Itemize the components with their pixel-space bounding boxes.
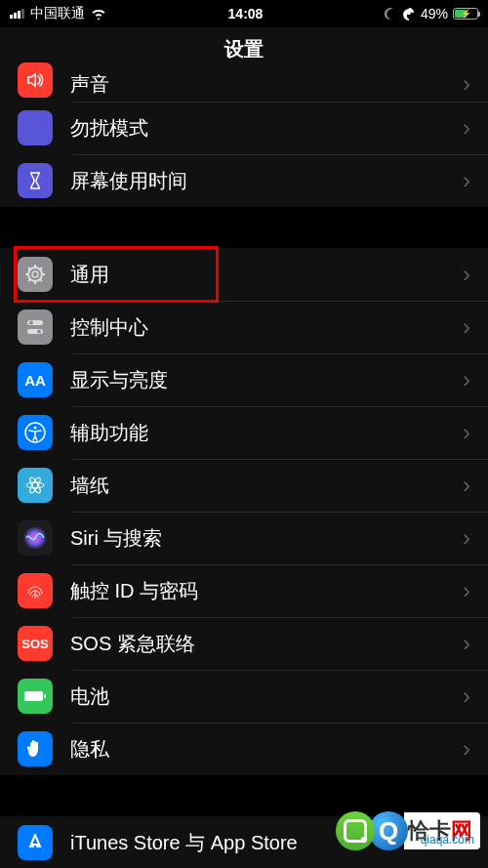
sos-icon: SOS xyxy=(18,626,53,661)
text-size-icon: AA xyxy=(18,362,53,397)
status-bar: 中国联通 14:08 49% ⚡ xyxy=(0,0,488,27)
status-right: 49% ⚡ xyxy=(385,6,478,21)
svg-point-0 xyxy=(28,268,42,281)
svg-point-13 xyxy=(37,330,41,334)
chevron-right-icon: › xyxy=(463,261,470,288)
row-display[interactable]: AA 显示与亮度 › xyxy=(0,353,488,406)
chevron-right-icon: › xyxy=(463,419,470,446)
page-title: 设置 xyxy=(0,27,488,70)
hand-icon xyxy=(18,731,53,766)
row-touchid[interactable]: 触控 ID 与密码 › xyxy=(0,564,488,617)
row-control-center[interactable]: 控制中心 › xyxy=(0,301,488,353)
row-label: 勿扰模式 xyxy=(70,115,463,142)
chevron-right-icon: › xyxy=(463,167,470,194)
row-general[interactable]: 通用 › xyxy=(0,248,488,301)
row-screentime[interactable]: 屏幕使用时间 › xyxy=(0,154,488,207)
dnd-moon-icon xyxy=(385,8,397,21)
row-label: 声音 xyxy=(70,71,463,98)
battery-full-icon xyxy=(18,679,53,714)
watermark-url: qiaqa.com xyxy=(421,833,474,847)
row-accessibility[interactable]: 辅助功能 › xyxy=(0,406,488,459)
gear-icon xyxy=(18,257,53,292)
accessibility-icon xyxy=(18,415,53,450)
chevron-right-icon: › xyxy=(463,366,470,393)
moon-icon xyxy=(18,110,53,145)
siri-icon xyxy=(18,520,53,556)
svg-rect-22 xyxy=(44,694,46,698)
status-time: 14:08 xyxy=(228,6,264,21)
svg-point-11 xyxy=(29,321,33,325)
chevron-right-icon: › xyxy=(463,70,470,98)
row-label: 屏幕使用时间 xyxy=(70,168,463,194)
settings-group-2: 通用 › 控制中心 › AA 显示与亮度 › 辅助功能 › 墙纸 › Siri … xyxy=(0,248,488,775)
row-label: 墙纸 xyxy=(70,473,463,499)
row-label: 显示与亮度 xyxy=(70,367,463,393)
settings-group-1: 声音 › 勿扰模式 › 屏幕使用时间 › xyxy=(0,70,488,207)
row-sound[interactable]: 声音 › xyxy=(0,70,488,102)
svg-line-6 xyxy=(28,268,30,269)
row-label: 电池 xyxy=(70,683,463,710)
row-battery[interactable]: 电池 › xyxy=(0,670,488,723)
sound-icon xyxy=(18,62,53,98)
chevron-right-icon: › xyxy=(463,682,470,710)
svg-point-15 xyxy=(34,427,37,430)
svg-point-1 xyxy=(32,271,38,277)
orientation-lock-icon xyxy=(402,7,416,21)
chevron-right-icon: › xyxy=(463,630,470,657)
row-label: 通用 xyxy=(70,262,463,288)
svg-line-7 xyxy=(40,279,42,281)
battery-icon: ⚡ xyxy=(453,8,478,20)
row-wallpaper[interactable]: 墙纸 › xyxy=(0,459,488,512)
flower-icon xyxy=(18,468,53,503)
hourglass-icon xyxy=(18,163,53,198)
row-label: SOS 紧急联络 xyxy=(70,631,463,657)
svg-point-17 xyxy=(26,482,44,488)
toggles-icon xyxy=(18,310,53,345)
row-privacy[interactable]: 隐私 › xyxy=(0,723,488,775)
row-label: 触控 ID 与密码 xyxy=(70,578,463,604)
wifi-icon xyxy=(91,8,106,20)
chevron-right-icon: › xyxy=(463,114,470,142)
status-left: 中国联通 xyxy=(10,5,106,22)
chevron-right-icon: › xyxy=(463,524,470,552)
row-label: 隐私 xyxy=(70,736,463,763)
appstore-icon xyxy=(18,825,53,860)
row-dnd[interactable]: 勿扰模式 › xyxy=(0,102,488,154)
row-label: 辅助功能 xyxy=(70,420,463,446)
signal-icon xyxy=(10,9,24,19)
chevron-right-icon: › xyxy=(463,735,470,763)
watermark-logo-blue: Q xyxy=(369,811,408,850)
svg-rect-21 xyxy=(24,691,43,701)
chevron-right-icon: › xyxy=(463,472,470,499)
chevron-right-icon: › xyxy=(463,577,470,604)
row-sos[interactable]: SOS SOS 紧急联络 › xyxy=(0,617,488,670)
svg-line-9 xyxy=(40,268,42,269)
chevron-right-icon: › xyxy=(463,313,470,341)
watermark-logo-green xyxy=(336,811,375,850)
svg-line-8 xyxy=(28,279,30,281)
row-siri[interactable]: Siri 与搜索 › xyxy=(0,512,488,564)
row-label: 控制中心 xyxy=(70,314,463,341)
watermark: Q 恰卡网 qiaqa.com xyxy=(336,811,480,850)
fingerprint-icon xyxy=(18,573,53,608)
row-label: Siri 与搜索 xyxy=(70,525,463,552)
carrier-label: 中国联通 xyxy=(30,5,85,22)
battery-percent: 49% xyxy=(421,6,448,21)
